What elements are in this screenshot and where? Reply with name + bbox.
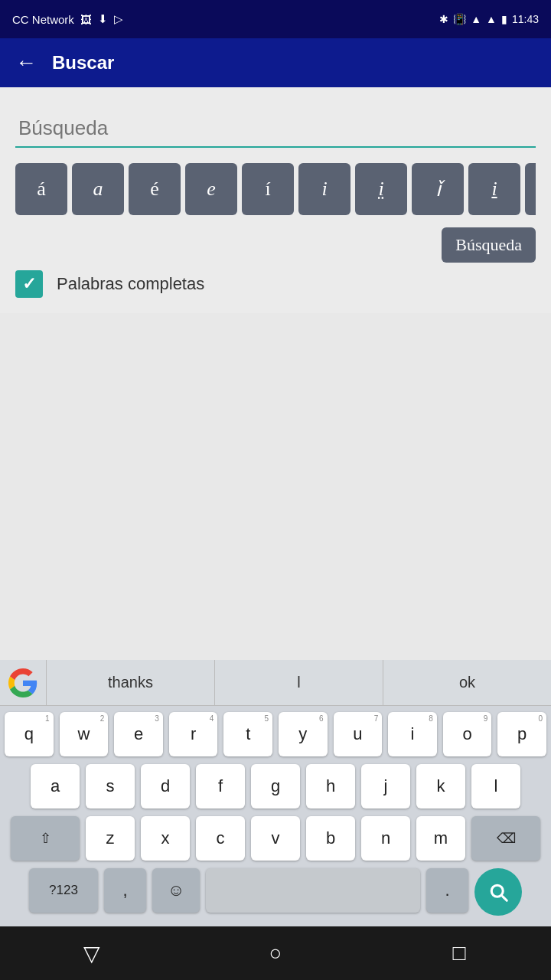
- char-btn-i-double-grave[interactable]: i: [355, 163, 407, 215]
- bluetooth-icon: ✱: [439, 13, 448, 25]
- status-bar-right: ✱ 📳 ▲ ▲ ▮ 11:43: [439, 13, 539, 25]
- time-display: 11:43: [512, 13, 539, 25]
- status-bar: CC Network 🖼 ⬇ ▷ ✱ 📳 ▲ ▲ ▮ 11:43: [0, 0, 551, 38]
- key-l[interactable]: l: [471, 764, 520, 808]
- char-btn-i-dot-below[interactable]: i: [468, 163, 520, 215]
- key-b[interactable]: b: [306, 816, 355, 861]
- char-btn-o-acute[interactable]: ó: [525, 163, 536, 215]
- search-fab-button[interactable]: [474, 868, 522, 916]
- key-j[interactable]: j: [361, 764, 410, 808]
- download-icon: ⬇: [98, 12, 108, 26]
- search-icon: [487, 880, 510, 903]
- symbol-mode-key[interactable]: ?123: [29, 868, 98, 913]
- keyboard-area: thanks l ok 1q 2w 3e 4r 5t 6y 7u 8i 9o 0…: [0, 660, 551, 926]
- home-nav-button[interactable]: ○: [245, 934, 306, 972]
- tooltip-bubble: Búsqueda: [442, 227, 536, 263]
- main-content: á a é e í i i ǐ i ó Búsqueda ✓ Palabras …: [0, 87, 551, 313]
- comma-key[interactable]: ,: [104, 868, 146, 913]
- page-title: Buscar: [52, 52, 114, 74]
- emoji-key[interactable]: ☺: [152, 868, 200, 913]
- key-r[interactable]: 4r: [169, 712, 218, 756]
- char-btn-i-dot[interactable]: i: [298, 163, 350, 215]
- key-h[interactable]: h: [306, 764, 355, 808]
- char-btn-a-macron[interactable]: a: [72, 163, 124, 215]
- suggestions-row: thanks l ok: [0, 660, 551, 706]
- key-a[interactable]: a: [31, 764, 80, 808]
- key-i[interactable]: 8i: [388, 712, 437, 756]
- recents-nav-button[interactable]: □: [429, 934, 490, 972]
- key-t[interactable]: 5t: [223, 712, 272, 756]
- keyboard-rows: 1q 2w 3e 4r 5t 6y 7u 8i 9o 0p a s d f g …: [0, 706, 551, 926]
- key-q[interactable]: 1q: [5, 712, 54, 756]
- play-store-icon: ▷: [114, 12, 123, 26]
- key-f[interactable]: f: [196, 764, 245, 808]
- key-e[interactable]: 3e: [114, 712, 163, 756]
- back-nav-button[interactable]: ▽: [61, 934, 122, 972]
- top-bar: ← Buscar: [0, 38, 551, 87]
- key-z[interactable]: z: [86, 816, 135, 861]
- palabras-completas-label: Palabras completas: [57, 274, 204, 294]
- tooltip-text: Búsqueda: [455, 235, 522, 254]
- space-key[interactable]: [206, 868, 420, 913]
- key-c[interactable]: c: [196, 816, 245, 861]
- delete-key[interactable]: ⌫: [471, 816, 540, 861]
- status-bar-left: CC Network 🖼 ⬇ ▷: [12, 12, 123, 26]
- key-row-4: ?123 , ☺ .: [5, 868, 546, 916]
- wifi-icon: ▲: [471, 13, 481, 25]
- key-row-3: ⇧ z x c v b n m ⌫: [5, 816, 546, 861]
- back-button[interactable]: ←: [15, 51, 37, 75]
- battery-icon: ▮: [501, 13, 507, 25]
- key-o[interactable]: 9o: [443, 712, 492, 756]
- key-m[interactable]: m: [416, 816, 465, 861]
- char-btn-e-acute[interactable]: é: [129, 163, 181, 215]
- suggestion-thanks[interactable]: thanks: [46, 660, 214, 705]
- notification-icon: 🖼: [80, 13, 92, 26]
- key-g[interactable]: g: [251, 764, 300, 808]
- search-field-wrapper: [15, 110, 536, 148]
- char-btn-e-macron[interactable]: e: [185, 163, 237, 215]
- key-y[interactable]: 6y: [279, 712, 328, 756]
- palabras-completas-checkbox[interactable]: ✓: [15, 270, 43, 298]
- vibrate-icon: 📳: [453, 13, 466, 25]
- signal-icon: ▲: [486, 13, 497, 25]
- tooltip-wrapper: Búsqueda: [15, 227, 536, 263]
- char-btn-a-acute[interactable]: á: [15, 163, 67, 215]
- char-buttons-row: á a é e í i i ǐ i ó: [15, 163, 536, 215]
- key-u[interactable]: 7u: [334, 712, 383, 756]
- period-key[interactable]: .: [426, 868, 468, 913]
- char-btn-i-caron[interactable]: ǐ: [412, 163, 464, 215]
- key-x[interactable]: x: [141, 816, 190, 861]
- bottom-nav-bar: ▽ ○ □: [0, 926, 551, 980]
- carrier-label: CC Network: [12, 13, 74, 26]
- checkmark-icon: ✓: [22, 274, 36, 294]
- suggestion-ok[interactable]: ok: [383, 660, 551, 705]
- key-v[interactable]: v: [251, 816, 300, 861]
- google-icon: [8, 668, 37, 697]
- key-p[interactable]: 0p: [497, 712, 546, 756]
- key-d[interactable]: d: [141, 764, 190, 808]
- shift-key[interactable]: ⇧: [11, 816, 80, 861]
- search-input[interactable]: [15, 110, 536, 148]
- suggestion-l[interactable]: l: [214, 660, 383, 705]
- google-icon-wrapper: [0, 668, 46, 697]
- key-row-1: 1q 2w 3e 4r 5t 6y 7u 8i 9o 0p: [5, 712, 546, 756]
- key-s[interactable]: s: [86, 764, 135, 808]
- key-w[interactable]: 2w: [60, 712, 109, 756]
- key-row-2: a s d f g h j k l: [5, 764, 546, 808]
- char-btn-i-acute[interactable]: í: [242, 163, 294, 215]
- key-n[interactable]: n: [361, 816, 410, 861]
- checkbox-row: ✓ Palabras completas: [15, 270, 536, 298]
- key-k[interactable]: k: [416, 764, 465, 808]
